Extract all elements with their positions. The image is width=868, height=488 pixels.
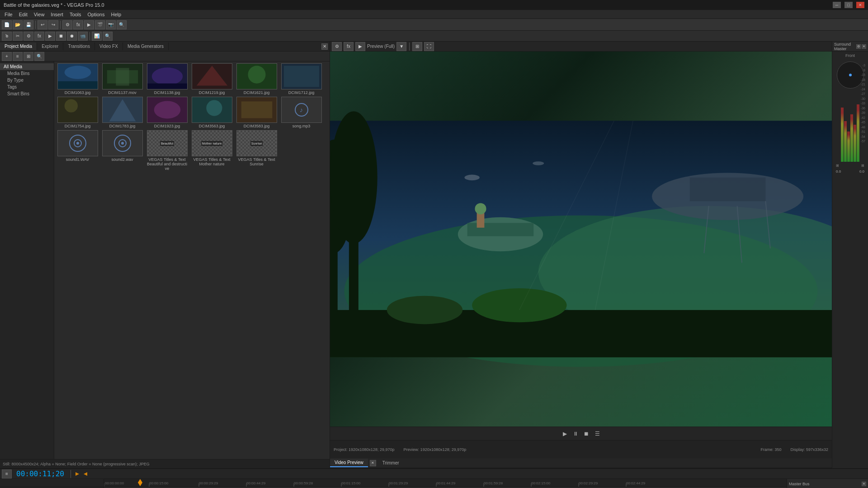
- tree-all-media[interactable]: All Media: [0, 63, 54, 70]
- svg-text:00:00:44:29: 00:00:44:29: [246, 481, 266, 485]
- media-item-dcim1783[interactable]: DCIM1783.jpg: [101, 97, 144, 128]
- menu-options[interactable]: Options: [85, 11, 108, 18]
- tab-project-media[interactable]: Project Media: [0, 42, 37, 50]
- tb2-btn4[interactable]: fx: [34, 32, 44, 41]
- media-item-dcim1137[interactable]: DCIM1137.mov: [101, 63, 144, 95]
- media-item-dcim1712[interactable]: DCIM1712.jpg: [280, 63, 323, 95]
- media-item-dcim3583[interactable]: DCIM3583.jpg: [235, 97, 278, 128]
- media-grid-container: All Media Media Bins By Type Tags Smart …: [0, 61, 330, 459]
- undo-btn[interactable]: ↩: [38, 20, 47, 29]
- preview-full-btn[interactable]: ⛶: [424, 42, 434, 51]
- tb2-capture[interactable]: 📹: [78, 32, 88, 41]
- tab-video-preview[interactable]: Video Preview: [330, 459, 368, 467]
- render-btn[interactable]: 🎬: [95, 20, 105, 29]
- media-item-title2[interactable]: Mother nature VEGAS Titles & TextMother …: [190, 130, 233, 171]
- open-btn[interactable]: 📂: [13, 20, 23, 29]
- tb2-btn3[interactable]: ⚙: [24, 32, 33, 41]
- tab-trimmer[interactable]: Trimmer: [378, 459, 404, 467]
- tb2-zoom[interactable]: 🔍: [103, 32, 113, 41]
- menu-bar: File Edit View Insert Tools Options Help: [0, 10, 868, 19]
- zoom-btn[interactable]: 🔍: [117, 20, 127, 29]
- timeline-tracks[interactable]: 00:00:00:00 00:00:15:00 00:00:29:29 00:0…: [104, 479, 787, 488]
- preview-view-btn[interactable]: ⊞: [412, 42, 422, 51]
- svg-rect-25: [241, 101, 272, 118]
- redo-btn[interactable]: ↪: [48, 20, 58, 29]
- tb2-play[interactable]: ▶: [45, 32, 55, 41]
- media-search-btn[interactable]: 🔍: [34, 52, 44, 61]
- tl-expand[interactable]: ≡: [2, 469, 12, 479]
- tb2-view[interactable]: 📊: [92, 32, 102, 41]
- surround-front-label: Front: [845, 53, 855, 58]
- tree-smart-bins[interactable]: Smart Bins: [0, 90, 54, 97]
- save-btn[interactable]: 💾: [24, 20, 33, 29]
- media-item-dcim3563[interactable]: DCIM3563.jpg: [190, 97, 233, 128]
- svg-point-13: [248, 66, 265, 84]
- menu-tools[interactable]: Tools: [67, 11, 84, 18]
- preview-stop[interactable]: ⏹: [582, 430, 591, 438]
- svg-point-51: [387, 296, 463, 324]
- media-item-dcim1138[interactable]: DCIM1138.jpg: [146, 63, 189, 95]
- minimize-btn[interactable]: ─: [833, 2, 841, 8]
- media-item-dcim1923[interactable]: DCIM1923.jpg: [146, 97, 189, 128]
- preview-mode-dropdown[interactable]: ▼: [396, 42, 406, 51]
- media-import-btn[interactable]: +: [2, 52, 12, 61]
- media-item-song[interactable]: ♪ song.mp3: [280, 97, 323, 128]
- media-item-dcim1754[interactable]: DCIM1754.jpg: [56, 97, 99, 128]
- panel-close-btn[interactable]: ✕: [321, 43, 328, 50]
- svg-text:00:01:29:29: 00:01:29:29: [389, 481, 408, 485]
- svg-rect-2: [58, 81, 98, 89]
- media-item-title1[interactable]: Beautiful VEGAS Titles & TextBeautiful a…: [146, 130, 189, 171]
- surround-master-title: Surround Master: [834, 42, 856, 51]
- menu-insert[interactable]: Insert: [48, 11, 66, 18]
- media-item-dcim1219[interactable]: DCIM1219.jpg: [190, 63, 233, 95]
- media-item-sound1[interactable]: sound1.WAV: [56, 130, 99, 171]
- play-btn[interactable]: ▶: [84, 20, 94, 29]
- preview-play[interactable]: ▶: [560, 430, 569, 438]
- settings-btn[interactable]: ⚙: [62, 20, 72, 29]
- preview-loop[interactable]: ☰: [593, 430, 602, 438]
- tab-transitions[interactable]: Transitions: [63, 42, 95, 50]
- master-bus-controls: ✕: [862, 482, 866, 486]
- media-thumb-btn[interactable]: ⊞: [24, 52, 33, 61]
- new-btn[interactable]: 📄: [2, 20, 12, 29]
- tb2-btn1[interactable]: 🖱: [2, 32, 12, 41]
- close-btn[interactable]: ✕: [856, 2, 864, 8]
- tb2-btn2[interactable]: ✂: [13, 32, 23, 41]
- menu-view[interactable]: View: [31, 11, 47, 18]
- master-bus-close[interactable]: ✕: [862, 482, 866, 486]
- media-item-dcim1621[interactable]: DCIM1621.jpg: [235, 63, 278, 95]
- timeline-content: 1 M S 🔒 ⊕ Level: 100,0 % 2: [0, 479, 868, 488]
- media-item-sound2[interactable]: sound2.wav: [101, 130, 144, 171]
- menu-file[interactable]: File: [2, 11, 15, 18]
- media-label-title1: VEGAS Titles & TextBeautiful and destruc…: [147, 157, 188, 171]
- menu-edit[interactable]: Edit: [16, 11, 30, 18]
- tab-explorer[interactable]: Explorer: [37, 42, 63, 50]
- tree-media-bins[interactable]: Media Bins: [0, 70, 54, 77]
- video-preview-close[interactable]: ✕: [370, 460, 376, 466]
- tab-video-fx[interactable]: Video FX: [95, 42, 123, 50]
- menu-help[interactable]: Help: [108, 11, 124, 18]
- preview-fx[interactable]: fx: [344, 42, 354, 51]
- preview-settings[interactable]: ⚙: [332, 42, 342, 51]
- capture-btn[interactable]: 📷: [106, 20, 116, 29]
- tab-media-generators[interactable]: Media Generators: [123, 42, 169, 50]
- media-item-title3[interactable]: Sunrise VEGAS Titles & TextSunrise: [235, 130, 278, 171]
- media-grid: DCIM1063.jpg DCIM1137.mov DCIM1138.jpg: [54, 61, 330, 459]
- tb2-rec[interactable]: ⏺: [67, 32, 77, 41]
- tb2-stop[interactable]: ⏹: [56, 32, 66, 41]
- surround-settings[interactable]: ⚙: [856, 44, 861, 49]
- media-label-song: song.mp3: [292, 124, 311, 128]
- media-item-dcim1063[interactable]: DCIM1063.jpg: [56, 63, 99, 95]
- svg-point-8: [151, 67, 182, 85]
- preview-mode-btn[interactable]: ▶: [355, 42, 365, 51]
- tl-marker-out: [82, 470, 89, 478]
- media-label-dcim1783: DCIM1783.jpg: [109, 124, 136, 128]
- surround-close[interactable]: ✕: [862, 44, 866, 49]
- media-view-btn[interactable]: ≡: [13, 52, 23, 61]
- tree-by-type[interactable]: By Type: [0, 77, 54, 84]
- script-btn[interactable]: fx: [73, 20, 83, 29]
- tree-tags[interactable]: Tags: [0, 84, 54, 90]
- svg-point-49: [464, 175, 480, 181]
- preview-pause[interactable]: ⏸: [571, 430, 580, 438]
- maximize-btn[interactable]: □: [844, 2, 853, 8]
